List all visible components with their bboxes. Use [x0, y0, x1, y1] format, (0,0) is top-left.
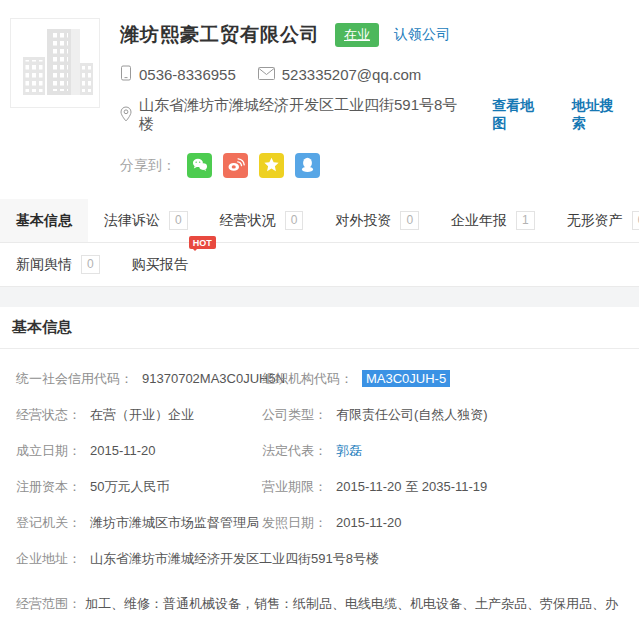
- status-badge[interactable]: 在业: [335, 23, 379, 47]
- wechat-icon: [190, 155, 209, 177]
- claim-company-link[interactable]: 认领公司: [394, 26, 450, 44]
- tab-outbound-investment[interactable]: 对外投资 0: [319, 199, 435, 242]
- org-code-value-selected: MA3C0JUH-5: [362, 370, 450, 387]
- share-wechat-button[interactable]: [187, 153, 212, 178]
- tab-buy-report[interactable]: 购买报告 HOT: [116, 243, 204, 286]
- share-favorite-button[interactable]: [259, 153, 284, 178]
- field-registration-authority: 登记机关： 潍坊市潍城区市场监督管理局: [16, 514, 262, 532]
- share-qq-button[interactable]: [295, 153, 320, 178]
- phone-icon: [120, 65, 132, 84]
- tab-count-badge: 0: [81, 255, 100, 274]
- company-address: 山东省潍坊市潍城经济开发区工业四街591号8号楼: [139, 96, 468, 134]
- tab-bar: 基本信息 法律诉讼 0 经营状况 0 对外投资 0 企业年报 1 无形资产 0 …: [0, 199, 639, 287]
- tab-count-badge: 0: [169, 211, 188, 230]
- field-company-type: 公司类型： 有限责任公司(自然人独资): [262, 406, 623, 424]
- qq-penguin-icon: [298, 155, 317, 177]
- card-title: 基本信息: [0, 307, 639, 349]
- tab-count-badge: 0: [632, 211, 639, 230]
- tab-intangible-assets[interactable]: 无形资产 0: [551, 199, 639, 242]
- field-legal-representative: 法定代表： 郭磊: [262, 442, 623, 460]
- share-weibo-button[interactable]: [223, 153, 248, 178]
- field-business-scope: 经营范围：加工、维修：普通机械设备，销售：纸制品、电线电缆、机电设备、土产杂品、…: [16, 592, 623, 619]
- email-icon: [258, 66, 275, 83]
- view-map-link[interactable]: 查看地图: [492, 97, 547, 133]
- building-icon: [11, 17, 99, 109]
- tab-count-badge: 0: [400, 211, 419, 230]
- address-search-link[interactable]: 地址搜索: [572, 97, 627, 133]
- tab-basic-info[interactable]: 基本信息: [0, 199, 88, 242]
- field-business-status: 经营状态： 在营（开业）企业: [16, 406, 262, 424]
- tab-count-badge: 0: [285, 211, 304, 230]
- hot-badge: HOT: [189, 236, 216, 249]
- share-label: 分享到：: [120, 157, 176, 175]
- section-divider: [0, 287, 639, 307]
- legal-representative-link[interactable]: 郭磊: [336, 442, 362, 460]
- company-logo: [10, 18, 100, 108]
- field-org-code: 组织机构代码： MA3C0JUH-5: [262, 370, 623, 388]
- location-pin-icon: [120, 106, 132, 125]
- basic-info-card: 基本信息 统一社会信用代码： 91370702MA3C0JUH5N 组织机构代码…: [0, 307, 639, 619]
- field-credit-code: 统一社会信用代码： 91370702MA3C0JUH5N: [16, 370, 262, 388]
- tab-annual-report[interactable]: 企业年报 1: [435, 199, 551, 242]
- field-establish-date: 成立日期： 2015-11-20: [16, 442, 262, 460]
- email-address: 523335207@qq.com: [282, 66, 422, 83]
- weibo-icon: [226, 155, 245, 177]
- field-registered-capital: 注册资本： 50万元人民币: [16, 478, 262, 496]
- tab-count-badge: 1: [516, 211, 535, 230]
- field-business-term: 营业期限： 2015-11-20 至 2035-11-19: [262, 478, 623, 496]
- phone-number: 0536-8336955: [139, 66, 236, 83]
- field-company-address: 企业地址： 山东省潍坊市潍城经济开发区工业四街591号8号楼: [16, 550, 623, 568]
- field-license-date: 发照日期： 2015-11-20: [262, 514, 623, 532]
- tab-business-status[interactable]: 经营状况 0: [204, 199, 320, 242]
- star-icon: [262, 155, 281, 177]
- tab-news-sentiment[interactable]: 新闻舆情 0: [0, 243, 116, 286]
- company-header: 潍坊熙豪工贸有限公司 在业 认领公司 0536-8336955 52333520…: [0, 0, 639, 178]
- page-title: 潍坊熙豪工贸有限公司: [120, 22, 320, 48]
- tab-legal-litigation[interactable]: 法律诉讼 0: [88, 199, 204, 242]
